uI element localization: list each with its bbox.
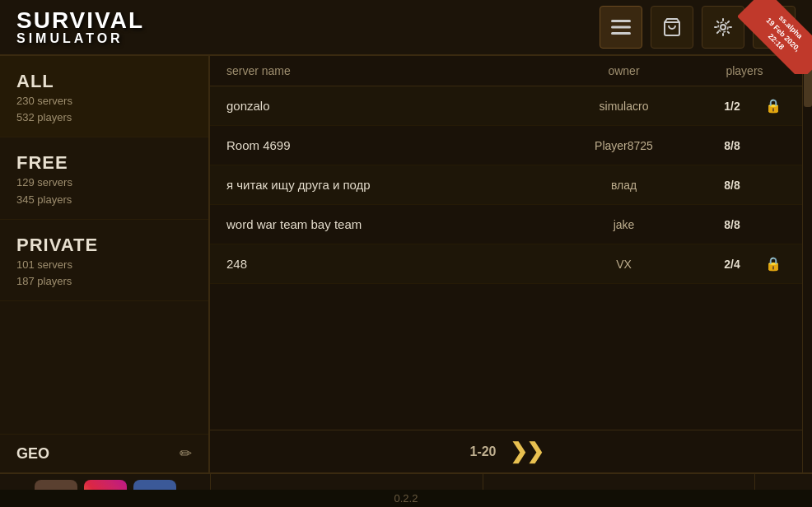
server-owner: Player8725 — [544, 139, 703, 152]
scrollbar-track[interactable] — [802, 56, 812, 472]
svg-rect-0 — [611, 20, 631, 22]
col-header-name: server name — [226, 64, 544, 77]
app-title: SURVIVAL — [16, 9, 144, 32]
server-players: 8/8 — [703, 179, 761, 192]
server-name: word war team bay team — [226, 217, 544, 231]
lock-icon: 🔒 — [761, 98, 786, 114]
version-text: 0.2.2 — [394, 492, 418, 505]
table-row[interactable]: Room 4699 Player8725 8/8 — [210, 126, 802, 165]
server-area: server name owner players gonzalo simula… — [210, 56, 802, 472]
filter-all[interactable]: ALL 230 servers 532 players — [0, 56, 208, 137]
geo-edit-button[interactable]: ✏ — [180, 444, 192, 463]
filter-free-players: 345 players — [16, 193, 192, 207]
header: SURVIVAL SIMULATOR — [0, 0, 812, 56]
server-name: gonzalo — [226, 99, 544, 113]
sidebar: ALL 230 servers 532 players FREE 129 ser… — [0, 56, 210, 472]
version-bar: 0.2.2 — [0, 490, 812, 507]
server-players: 1/2 — [703, 100, 761, 113]
geo-label: GEO — [16, 445, 49, 463]
server-name: Room 4699 — [226, 138, 544, 152]
server-name: я читак ищу друга и подр — [226, 178, 544, 192]
filter-all-label: ALL — [16, 71, 192, 92]
list-view-button[interactable] — [600, 6, 642, 49]
svg-rect-1 — [611, 26, 631, 29]
filter-private-players: 187 players — [16, 274, 192, 289]
alpha-badge: ss.alpha 19 Feb 2020, 22:18 — [738, 0, 812, 74]
app-subtitle: SIMULATOR — [16, 32, 144, 45]
pagination: 1-20 ❯❯ — [210, 430, 802, 472]
server-players: 2/4 — [703, 258, 761, 271]
lock-icon: 🔒 — [761, 256, 786, 272]
filter-free[interactable]: FREE 129 servers 345 players — [0, 137, 208, 219]
filter-all-players: 532 players — [16, 110, 192, 125]
table-row[interactable]: я читак ищу друга и подр влад 8/8 — [210, 165, 802, 205]
shop-button[interactable] — [651, 6, 693, 49]
table-row[interactable]: gonzalo simulacro 1/2 🔒 — [210, 86, 802, 126]
server-players: 8/8 — [703, 139, 761, 152]
col-header-owner: owner — [544, 64, 703, 77]
server-owner: VX — [544, 258, 703, 271]
server-list: gonzalo simulacro 1/2 🔒 Room 4699 Player… — [210, 86, 802, 430]
server-owner: simulacro — [544, 100, 703, 113]
filter-private[interactable]: PRIVATE 101 servers 187 players — [0, 220, 208, 301]
next-page-button[interactable]: ❯❯ — [510, 439, 543, 464]
filter-all-servers: 230 servers — [16, 94, 192, 109]
svg-point-5 — [718, 22, 728, 32]
server-table-header: server name owner players — [210, 56, 802, 86]
filter-private-label: PRIVATE — [16, 235, 192, 256]
table-row[interactable]: word war team bay team jake 8/8 — [210, 205, 802, 244]
main-content: ALL 230 servers 532 players FREE 129 ser… — [0, 56, 812, 472]
page-range: 1-20 — [469, 444, 496, 459]
server-owner: jake — [544, 218, 703, 231]
geo-section: GEO ✏ — [0, 434, 208, 472]
filter-free-servers: 129 servers — [16, 175, 192, 190]
app-logo: SURVIVAL SIMULATOR — [16, 9, 144, 45]
filter-free-label: FREE — [16, 152, 192, 174]
table-row[interactable]: 248 VX 2/4 🔒 — [210, 244, 802, 284]
server-owner: влад — [544, 179, 703, 192]
svg-point-4 — [721, 25, 726, 30]
server-players: 8/8 — [703, 218, 761, 231]
filter-private-servers: 101 servers — [16, 258, 192, 272]
svg-rect-2 — [611, 32, 631, 35]
server-name: 248 — [226, 257, 544, 271]
